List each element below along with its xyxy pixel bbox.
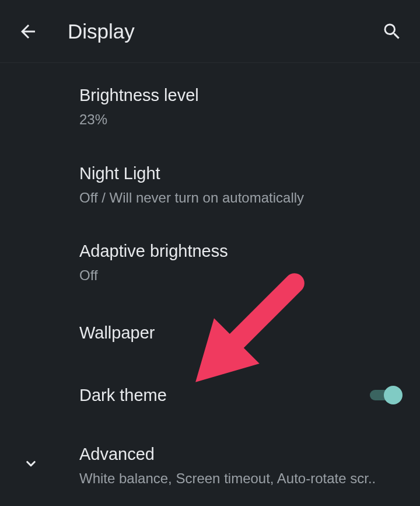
search-icon <box>382 21 402 42</box>
night-light-item[interactable]: Night Light Off / Will never turn on aut… <box>0 146 420 224</box>
advanced-subtitle: White balance, Screen timeout, Auto-rota… <box>79 469 406 488</box>
dark-theme-item[interactable]: Dark theme <box>0 364 420 427</box>
adaptive-brightness-subtitle: Off <box>79 266 406 285</box>
page-title: Display <box>68 20 378 43</box>
app-bar: Display <box>0 0 420 63</box>
advanced-title: Advanced <box>79 443 420 466</box>
expand-chevron <box>22 455 40 474</box>
adaptive-brightness-item[interactable]: Adaptive brightness Off <box>0 224 420 302</box>
chevron-down-icon <box>22 455 40 472</box>
night-light-subtitle: Off / Will never turn on automatically <box>79 189 406 207</box>
toggle-thumb <box>384 386 402 404</box>
wallpaper-item[interactable]: Wallpaper <box>0 302 420 364</box>
dark-theme-toggle[interactable] <box>370 385 401 406</box>
night-light-title: Night Light <box>79 162 420 185</box>
adaptive-brightness-title: Adaptive brightness <box>79 240 420 263</box>
brightness-title: Brightness level <box>79 84 420 107</box>
advanced-item[interactable]: Advanced White balance, Screen timeout, … <box>0 427 420 505</box>
wallpaper-title: Wallpaper <box>79 322 420 344</box>
dark-theme-title: Dark theme <box>79 384 167 407</box>
brightness-value: 23% <box>79 110 406 129</box>
brightness-level-item[interactable]: Brightness level 23% <box>0 68 420 146</box>
settings-list: Brightness level 23% Night Light Off / W… <box>0 63 420 504</box>
back-button[interactable] <box>14 18 42 46</box>
back-arrow-icon <box>18 21 38 42</box>
search-button[interactable] <box>378 18 406 46</box>
